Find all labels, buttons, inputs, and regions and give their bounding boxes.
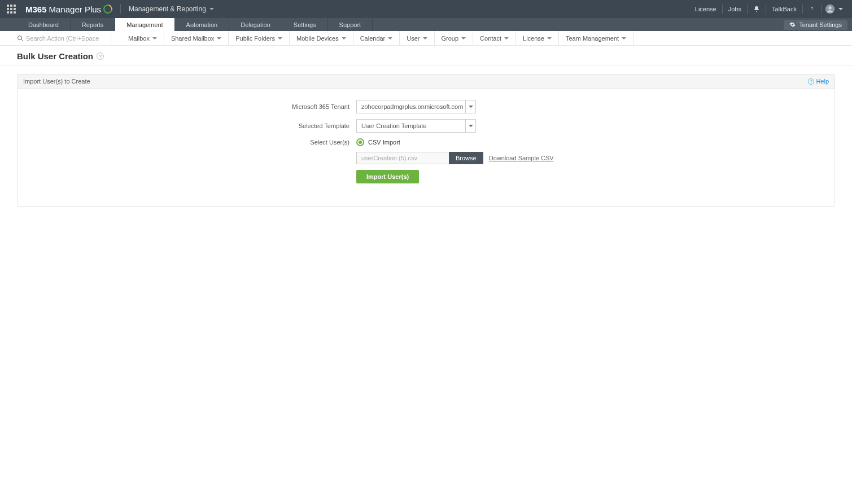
jobs-link[interactable]: Jobs <box>723 5 748 14</box>
subnav-license[interactable]: License <box>516 31 559 45</box>
subnav-shared-mailbox[interactable]: Shared Mailbox <box>164 31 229 45</box>
subnav-user[interactable]: User <box>400 31 434 45</box>
tab-reports[interactable]: Reports <box>71 18 116 31</box>
sub-nav: Mailbox Shared Mailbox Public Folders Mo… <box>0 31 852 46</box>
tenant-settings-label: Tenant Settings <box>799 21 842 28</box>
chevron-down-icon <box>278 37 282 40</box>
template-value: User Creation Template <box>357 120 465 132</box>
tab-support[interactable]: Support <box>328 18 373 31</box>
main-nav: Dashboard Reports Management Automation … <box>0 18 852 31</box>
row-submit: Import User(s) <box>40 170 812 183</box>
breadcrumb-dropdown[interactable]: Management & Reporting <box>129 5 214 13</box>
panel-header: Import User(s) to Create ? Help <box>18 74 834 89</box>
subnav-mailbox[interactable]: Mailbox <box>121 31 164 45</box>
subnav-public-folders[interactable]: Public Folders <box>229 31 290 45</box>
chevron-down-icon <box>217 37 221 40</box>
row-file: userCreation (5).csv Browse Download Sam… <box>40 152 812 164</box>
select-users-label: Select User(s) <box>40 139 356 146</box>
tenant-label: Microsoft 365 Tenant <box>40 103 356 110</box>
tenant-settings-button[interactable]: Tenant Settings <box>784 20 847 30</box>
chevron-down-icon <box>469 125 473 127</box>
tab-automation[interactable]: Automation <box>175 18 230 31</box>
csv-import-label: CSV Import <box>368 139 400 146</box>
search-input[interactable] <box>26 35 99 42</box>
chevron-down-icon <box>461 37 466 40</box>
panel-header-title: Import User(s) to Create <box>23 78 90 85</box>
question-icon <box>809 6 815 12</box>
chevron-down-icon <box>388 37 392 40</box>
search-icon <box>17 35 24 42</box>
chevron-down-icon <box>547 37 552 40</box>
panel-wrap: Import User(s) to Create ? Help Microsof… <box>0 66 852 214</box>
svg-line-3 <box>21 39 23 41</box>
chevron-down-icon <box>342 37 346 40</box>
product-name: M365 Manager Plus <box>25 5 112 14</box>
talkback-link[interactable]: TalkBack <box>766 5 803 14</box>
chevron-down-icon <box>622 37 626 40</box>
row-tenant: Microsoft 365 Tenant zohocorpadmgrplus.o… <box>40 100 812 113</box>
subnav-group[interactable]: Group <box>435 31 474 45</box>
panel-help-text: Help <box>816 78 829 85</box>
notifications-bell[interactable] <box>748 5 766 14</box>
tab-dashboard[interactable]: Dashboard <box>17 18 71 31</box>
row-select-users: Select User(s) CSV Import <box>40 138 812 146</box>
subnav-mobile-devices[interactable]: Mobile Devices <box>290 31 353 45</box>
breadcrumb-label: Management & Reporting <box>129 5 206 13</box>
chevron-down-icon <box>469 106 473 108</box>
chevron-down-icon <box>838 8 843 10</box>
csv-import-radio[interactable]: CSV Import <box>356 138 400 146</box>
panel-help-link[interactable]: ? Help <box>808 78 829 85</box>
user-avatar-icon <box>825 4 835 14</box>
top-right-links: License Jobs TalkBack <box>689 4 846 14</box>
user-menu[interactable] <box>822 4 846 14</box>
template-label: Selected Template <box>40 122 356 129</box>
search-action <box>17 31 111 45</box>
chevron-down-icon <box>504 37 509 40</box>
subnav-calendar[interactable]: Calendar <box>353 31 400 45</box>
chevron-down-icon <box>152 37 157 40</box>
svg-point-1 <box>828 6 831 9</box>
chevron-down-icon <box>209 8 214 10</box>
gear-icon <box>789 21 796 28</box>
import-users-button[interactable]: Import User(s) <box>356 170 419 183</box>
bell-icon <box>753 6 760 12</box>
svg-point-2 <box>18 36 22 40</box>
help-link-top[interactable] <box>803 5 822 14</box>
radio-icon <box>356 138 364 146</box>
product-name-bold: M365 <box>25 5 47 14</box>
row-template: Selected Template User Creation Template <box>40 119 812 133</box>
help-icon[interactable]: ? <box>97 52 104 60</box>
tab-management[interactable]: Management <box>115 18 174 31</box>
divider <box>120 4 121 14</box>
import-panel: Import User(s) to Create ? Help Microsof… <box>17 74 835 207</box>
download-sample-link[interactable]: Download Sample CSV <box>489 155 554 161</box>
chevron-down-icon <box>423 37 427 40</box>
logo-icon <box>102 3 114 15</box>
page-title-row: Bulk User Creation ? <box>0 46 852 66</box>
tab-delegation[interactable]: Delegation <box>229 18 282 31</box>
browse-button[interactable]: Browse <box>449 152 483 164</box>
tenant-value: zohocorpadmgrplus.onmicrosoft.com <box>357 100 465 113</box>
file-input[interactable]: userCreation (5).csv <box>356 152 449 164</box>
dropdown-arrow[interactable] <box>465 100 475 113</box>
license-link[interactable]: License <box>689 5 723 14</box>
dropdown-arrow[interactable] <box>465 120 475 132</box>
subnav-team-management[interactable]: Team Management <box>559 31 633 45</box>
apps-grid-icon[interactable] <box>6 3 17 15</box>
panel-body: Microsoft 365 Tenant zohocorpadmgrplus.o… <box>18 89 834 206</box>
page-title: Bulk User Creation <box>17 51 93 61</box>
top-header: M365 Manager Plus Management & Reporting… <box>0 0 852 18</box>
subnav-contact[interactable]: Contact <box>473 31 516 45</box>
template-dropdown[interactable]: User Creation Template <box>356 119 476 133</box>
help-icon: ? <box>808 78 814 85</box>
tab-settings[interactable]: Settings <box>282 18 328 31</box>
tenant-dropdown[interactable]: zohocorpadmgrplus.onmicrosoft.com <box>356 100 476 113</box>
product-name-rest: Manager Plus <box>49 5 102 14</box>
